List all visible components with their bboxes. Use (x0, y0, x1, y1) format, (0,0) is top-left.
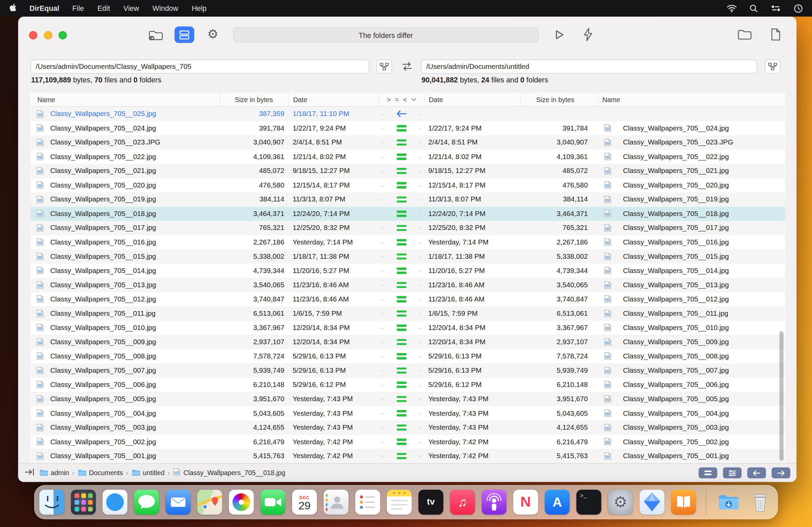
dock-separator (706, 489, 707, 515)
table-row[interactable]: Classy_Wallpapers_705__024.jpg391,7841/2… (30, 121, 785, 135)
left-path-field[interactable] (30, 60, 369, 74)
compare-folders-button[interactable] (146, 29, 165, 42)
file-icon (604, 238, 611, 246)
table-row[interactable]: Classy_Wallpapers_705__023.JPG3,040,9072… (30, 135, 785, 149)
zoom-button[interactable] (59, 31, 67, 39)
mail-dock-icon[interactable] (166, 490, 190, 514)
show-equal-toggle-button[interactable] (698, 467, 717, 478)
trash-dock-icon[interactable] (748, 490, 773, 514)
header-size-left[interactable]: Size in bytes (220, 93, 288, 106)
table-row[interactable]: Classy_Wallpapers_705__009.jpg2,937,1071… (30, 335, 785, 349)
left-file-size: 5,043,605 (220, 409, 288, 417)
table-row[interactable]: Classy_Wallpapers_705__025.jpg387,3591/1… (30, 107, 785, 121)
control-center-icon[interactable] (770, 5, 782, 12)
table-row[interactable]: Classy_Wallpapers_705__016.jpg2,267,186Y… (30, 235, 785, 249)
settings-gear-icon[interactable]: ⚙ (205, 27, 221, 41)
breadcrumb-item-documents[interactable]: Documents (77, 469, 123, 477)
minimize-button[interactable] (44, 31, 52, 39)
table-row[interactable]: Classy_Wallpapers_705__012.jpg3,740,8471… (30, 292, 785, 306)
table-row[interactable]: Classy_Wallpapers_705__001.jpg5,415,763Y… (30, 448, 785, 463)
wifi-icon[interactable] (727, 4, 737, 12)
menu-item-edit[interactable]: Edit (97, 4, 110, 12)
vertical-scrollbar[interactable] (780, 331, 784, 460)
table-row[interactable]: Classy_Wallpapers_705__014.jpg4,739,3441… (30, 264, 785, 278)
copy-right-button[interactable] (772, 467, 790, 478)
folders-word: folders (137, 76, 161, 84)
arrow-right-icon (777, 470, 785, 476)
appstore-dock-icon[interactable]: A (545, 490, 570, 514)
table-row[interactable]: Classy_Wallpapers_705__013.jpg3,540,0651… (30, 278, 785, 292)
books-dock-icon[interactable] (671, 490, 696, 514)
table-row[interactable]: Classy_Wallpapers_705__015.jpg5,338,0021… (30, 249, 785, 264)
header-date-right[interactable]: Date (424, 93, 521, 106)
filter-options-button[interactable] (723, 467, 741, 478)
copy-left-button[interactable] (747, 467, 766, 478)
header-name-left[interactable]: Name (30, 93, 220, 106)
downloads-dock-icon[interactable] (716, 490, 741, 514)
table-row[interactable]: Classy_Wallpapers_705__008.jpg7,578,7245… (30, 349, 785, 363)
messages-dock-icon[interactable] (134, 490, 159, 514)
music-dock-icon[interactable]: ♫ (450, 490, 475, 514)
left-file-size: 3,951,670 (220, 395, 288, 403)
view-mode-button[interactable] (175, 26, 194, 43)
right-choose-folder-button[interactable] (765, 60, 781, 74)
table-row[interactable]: Classy_Wallpapers_705__003.jpg4,124,655Y… (30, 420, 785, 435)
calendar-dock-icon[interactable]: DEC29 (292, 490, 317, 514)
spotlight-search-icon[interactable] (749, 4, 757, 12)
podcasts-dock-icon[interactable] (482, 490, 506, 514)
right-path-field[interactable] (421, 60, 757, 74)
contacts-dock-icon[interactable] (324, 490, 348, 514)
report-document-button[interactable] (769, 27, 783, 41)
maps-dock-icon[interactable] (197, 490, 222, 514)
table-row[interactable]: Classy_Wallpapers_705__010.jpg3,367,9671… (30, 321, 785, 335)
breadcrumb-item-admin[interactable]: admin (39, 469, 69, 477)
table-row[interactable]: Classy_Wallpapers_705__022.jpg4,109,3611… (30, 149, 785, 164)
header-name-right[interactable]: Name (598, 93, 785, 106)
file-icon (604, 267, 611, 275)
quick-sync-bolt-button[interactable] (582, 26, 594, 42)
close-button[interactable] (29, 31, 37, 39)
table-row[interactable]: Classy_Wallpapers_705__018.jpg3,464,3711… (30, 206, 785, 221)
menu-item-help[interactable]: Help (192, 4, 207, 12)
comparison-filter-header[interactable]: > = < (379, 93, 424, 106)
reveal-selection-icon[interactable] (25, 468, 35, 478)
finder-dock-icon[interactable] (39, 490, 64, 514)
menu-item-file[interactable]: File (72, 4, 84, 12)
app-menu-title[interactable]: DirEqual (29, 4, 59, 12)
table-row[interactable]: Classy_Wallpapers_705__002.jpg6,216,479Y… (30, 435, 785, 448)
comparison-indicator (386, 439, 417, 445)
facetime-dock-icon[interactable] (261, 490, 285, 514)
notes-dock-icon[interactable] (387, 490, 411, 514)
open-folder-button[interactable] (736, 28, 753, 41)
table-row[interactable]: Classy_Wallpapers_705__021.jpg485,0729/1… (30, 164, 785, 178)
table-row[interactable]: Classy_Wallpapers_705__006.jpg6,210,1485… (30, 378, 785, 392)
table-row[interactable]: Classy_Wallpapers_705__017.jpg765,32112/… (30, 221, 785, 235)
menu-item-window[interactable]: Window (153, 4, 178, 12)
tv-dock-icon[interactable]: tv (419, 490, 443, 514)
left-file-date: Yesterday, 7:43 PM (288, 395, 379, 403)
swap-sides-icon[interactable] (401, 62, 414, 71)
run-sync-button[interactable] (552, 28, 567, 42)
reminders-dock-icon[interactable] (355, 490, 380, 514)
apple-menu-icon[interactable] (10, 3, 17, 14)
safari-dock-icon[interactable] (103, 490, 127, 514)
table-row[interactable]: Classy_Wallpapers_705__019.jpg384,11411/… (30, 192, 785, 206)
header-size-right[interactable]: Size in bytes (521, 93, 598, 106)
header-date-left[interactable]: Date (288, 93, 379, 106)
breadcrumb-item-untitled[interactable]: untitled (131, 469, 165, 477)
table-row[interactable]: Classy_Wallpapers_705__007.jpg5,939,7495… (30, 363, 785, 378)
terminal-dock-icon[interactable]: >_ (577, 490, 601, 514)
table-row[interactable]: Classy_Wallpapers_705__020.jpg476,58012/… (30, 178, 785, 192)
news-dock-icon[interactable]: N (513, 490, 538, 514)
menu-item-view[interactable]: View (124, 4, 139, 12)
left-choose-folder-button[interactable] (377, 60, 392, 74)
direqual-dock-icon[interactable] (639, 490, 664, 514)
launchpad-dock-icon[interactable] (71, 490, 96, 514)
table-row[interactable]: Classy_Wallpapers_705__004.jpg5,043,605Y… (30, 406, 785, 420)
photos-dock-icon[interactable] (229, 490, 253, 514)
table-row[interactable]: Classy_Wallpapers_705__011.jpg6,513,0611… (30, 306, 785, 321)
clock-icon[interactable] (794, 4, 803, 13)
table-row[interactable]: Classy_Wallpapers_705__005.jpg3,951,670Y… (30, 392, 785, 406)
settings-dock-icon[interactable]: ⚙ (608, 490, 633, 514)
breadcrumb-item-file[interactable]: Classy_Wallpapers_705__018.jpg (173, 468, 285, 478)
